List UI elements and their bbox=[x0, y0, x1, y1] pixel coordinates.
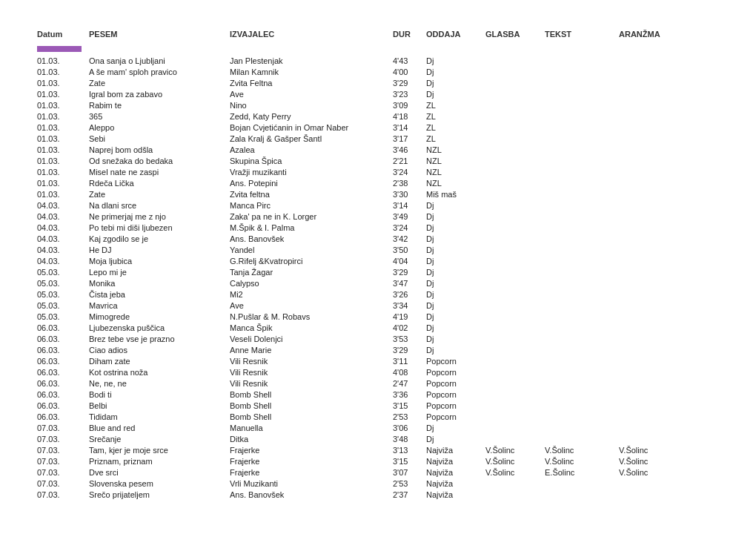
table-cell: 3'53 bbox=[393, 334, 426, 343]
table-cell: 01.03. bbox=[37, 168, 89, 177]
table-cell: Dj bbox=[426, 268, 485, 277]
table-row: 05.03.Lepo mi jeTanja Žagar3'29Dj bbox=[37, 266, 719, 277]
table-cell: 05.03. bbox=[37, 279, 89, 288]
table-cell: 07.03. bbox=[37, 490, 89, 499]
table-cell: 06.03. bbox=[37, 390, 89, 399]
table-cell bbox=[485, 156, 545, 165]
table-cell: Mimogrede bbox=[89, 312, 230, 321]
table-cell: 3'49 bbox=[393, 212, 426, 221]
table-cell: Rdeča Lička bbox=[89, 179, 230, 188]
table-cell bbox=[485, 257, 545, 266]
table-cell: 06.03. bbox=[37, 323, 89, 332]
table-cell: 07.03. bbox=[37, 479, 89, 488]
table-cell: Ans. Banovšek bbox=[230, 234, 393, 243]
table-cell: 3'15 bbox=[393, 457, 426, 466]
table-cell: Ave bbox=[230, 301, 393, 310]
table-cell: Mavrica bbox=[89, 301, 230, 310]
table-cell: Dj bbox=[426, 257, 485, 266]
table-cell: 01.03. bbox=[37, 156, 89, 165]
table-cell bbox=[545, 401, 619, 410]
table-row: 01.03.Misel nate ne zaspiVražji muzikant… bbox=[37, 166, 719, 177]
table-cell: 04.03. bbox=[37, 245, 89, 254]
table-cell: ZL bbox=[426, 112, 485, 121]
table-cell: Naprej bom odšla bbox=[89, 145, 230, 154]
table-cell: Dj bbox=[426, 234, 485, 243]
table-cell bbox=[545, 479, 619, 488]
table-cell: 3'50 bbox=[393, 245, 426, 254]
table-cell bbox=[619, 401, 693, 410]
col-dur: DUR bbox=[393, 30, 426, 39]
table-cell: 01.03. bbox=[37, 79, 89, 88]
table-cell bbox=[619, 101, 693, 110]
table-cell: Moja ljubica bbox=[89, 257, 230, 266]
table-row: 01.03.Naprej bom odšlaAzalea3'46NZL bbox=[37, 144, 719, 155]
table-cell: Dj bbox=[426, 79, 485, 88]
table-cell: Dj bbox=[426, 301, 485, 310]
table-cell: Rabim te bbox=[89, 101, 230, 110]
table-cell bbox=[545, 290, 619, 299]
col-oddaja: ODDAJA bbox=[426, 30, 485, 39]
table-cell: Popcorn bbox=[426, 412, 485, 421]
table-cell: Ans. Banovšek bbox=[230, 490, 393, 499]
table-cell bbox=[545, 201, 619, 210]
table-cell: Belbi bbox=[89, 401, 230, 410]
table-cell: 3'15 bbox=[393, 401, 426, 410]
table-cell bbox=[485, 479, 545, 488]
table-cell: He DJ bbox=[89, 245, 230, 254]
table-cell bbox=[619, 390, 693, 399]
table-cell bbox=[619, 67, 693, 76]
table-cell bbox=[485, 412, 545, 421]
table-cell: Dj bbox=[426, 334, 485, 343]
table-cell bbox=[545, 368, 619, 377]
table-cell: Tididam bbox=[89, 412, 230, 421]
table-cell: 06.03. bbox=[37, 357, 89, 366]
table-cell: 01.03. bbox=[37, 190, 89, 199]
table-cell bbox=[619, 234, 693, 243]
table-cell: Vrli Muzikanti bbox=[230, 479, 393, 488]
table-cell bbox=[619, 56, 693, 65]
table-cell bbox=[485, 368, 545, 377]
table-cell: 01.03. bbox=[37, 67, 89, 76]
table-cell bbox=[545, 312, 619, 321]
table-row: 06.03.Diham zateVili Resnik3'11Popcorn bbox=[37, 355, 719, 366]
table-cell: Frajerke bbox=[230, 446, 393, 455]
table-cell bbox=[545, 245, 619, 254]
table-row: 04.03.Na dlani srceManca Pirc3'14Dj bbox=[37, 200, 719, 211]
table-cell: V.Šolinc bbox=[545, 457, 619, 466]
table-cell: Milan Kamnik bbox=[230, 67, 393, 76]
table-cell: Popcorn bbox=[426, 390, 485, 399]
table-container: Datum PESEM IZVAJALEC DUR ODDAJA GLASBA … bbox=[37, 30, 719, 500]
table-cell bbox=[619, 290, 693, 299]
table-cell bbox=[619, 179, 693, 188]
table-cell bbox=[619, 479, 693, 488]
table-cell: 2'53 bbox=[393, 479, 426, 488]
table-row: 06.03.Ciao adiosAnne Marie3'29Dj bbox=[37, 344, 719, 355]
table-cell: Dj bbox=[426, 67, 485, 76]
table-cell: Dj bbox=[426, 90, 485, 99]
table-cell: Dj bbox=[426, 56, 485, 65]
table-cell bbox=[485, 435, 545, 444]
table-cell: Dj bbox=[426, 346, 485, 355]
table-row: 05.03.MavricaAve3'34Dj bbox=[37, 300, 719, 311]
col-datum: Datum bbox=[37, 30, 89, 39]
table-cell: 06.03. bbox=[37, 368, 89, 377]
table-cell: 3'06 bbox=[393, 423, 426, 432]
table-cell: Blue and red bbox=[89, 423, 230, 432]
table-cell: Priznam, priznam bbox=[89, 457, 230, 466]
table-cell: Zala Kralj & Gašper Šantl bbox=[230, 134, 393, 143]
table-cell: Zate bbox=[89, 79, 230, 88]
table-cell bbox=[485, 190, 545, 199]
table-cell: 3'24 bbox=[393, 223, 426, 232]
table-cell bbox=[619, 201, 693, 210]
table-cell bbox=[619, 435, 693, 444]
table-cell: 01.03. bbox=[37, 134, 89, 143]
table-cell: V.Šolinc bbox=[485, 446, 545, 455]
table-row: 06.03.Ljubezenska puščicaManca Špik4'02D… bbox=[37, 322, 719, 333]
table-cell bbox=[545, 156, 619, 165]
table-cell: 06.03. bbox=[37, 334, 89, 343]
table-cell: Kot ostrina noža bbox=[89, 368, 230, 377]
table-cell bbox=[485, 145, 545, 154]
table-cell: Veseli Dolenjci bbox=[230, 334, 393, 343]
table-cell: 2'21 bbox=[393, 156, 426, 165]
table-row: 07.03.SrečanjeDitka3'48Dj bbox=[37, 433, 719, 444]
